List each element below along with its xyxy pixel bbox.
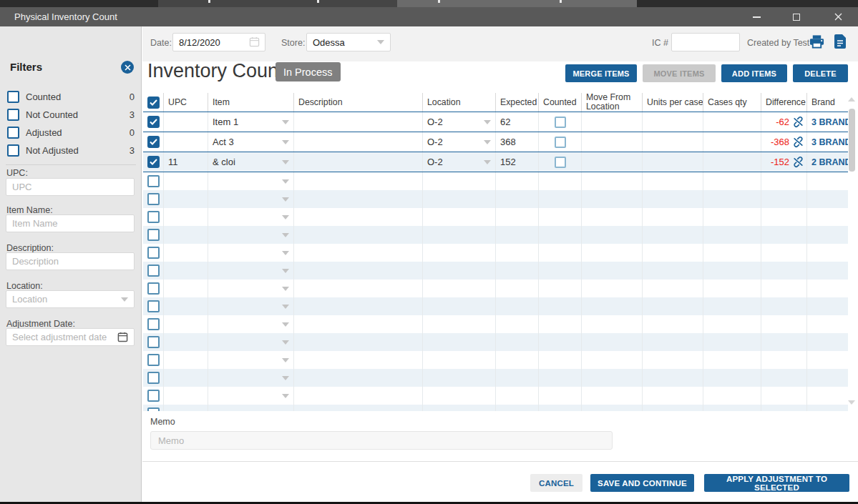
description-cell[interactable] bbox=[293, 315, 422, 333]
expected-cell[interactable] bbox=[495, 387, 538, 405]
item-select[interactable] bbox=[208, 244, 293, 262]
cases-qty-cell[interactable] bbox=[703, 351, 761, 369]
description-cell[interactable] bbox=[293, 132, 422, 152]
upc-cell[interactable] bbox=[163, 351, 208, 369]
move-from-location-cell[interactable] bbox=[581, 405, 642, 411]
counted-checkbox[interactable] bbox=[7, 91, 19, 103]
item-select[interactable] bbox=[208, 280, 293, 297]
item-select[interactable] bbox=[208, 351, 293, 369]
adjusted-checkbox[interactable] bbox=[7, 127, 19, 139]
not-adjusted-checkbox[interactable] bbox=[7, 144, 19, 157]
description-cell[interactable] bbox=[293, 333, 422, 351]
scrollbar-thumb[interactable] bbox=[849, 109, 855, 172]
upc-cell[interactable] bbox=[163, 226, 208, 244]
description-cell[interactable] bbox=[293, 297, 422, 315]
upc-cell[interactable] bbox=[163, 387, 208, 405]
row-select-checkbox[interactable] bbox=[147, 300, 160, 312]
description-cell[interactable] bbox=[293, 387, 422, 405]
units-per-case-cell[interactable] bbox=[642, 152, 703, 172]
units-per-case-cell[interactable] bbox=[642, 112, 703, 132]
expected-cell[interactable] bbox=[495, 172, 538, 190]
column-header-description[interactable]: Description bbox=[293, 93, 422, 112]
row-select-checkbox[interactable] bbox=[147, 247, 160, 259]
location-cell[interactable] bbox=[422, 297, 495, 315]
row-select-checkbox[interactable] bbox=[147, 407, 160, 411]
location-cell[interactable] bbox=[422, 280, 495, 297]
maximize-button[interactable] bbox=[784, 7, 809, 26]
ic-number-input[interactable] bbox=[671, 33, 740, 51]
item-select[interactable] bbox=[208, 208, 293, 226]
item-select[interactable] bbox=[208, 262, 293, 280]
description-cell[interactable] bbox=[293, 172, 422, 190]
unlink-icon-wrap[interactable] bbox=[792, 156, 804, 168]
upc-cell[interactable] bbox=[163, 405, 208, 411]
column-header-upc[interactable]: UPC bbox=[163, 93, 208, 112]
cases-qty-cell[interactable] bbox=[703, 152, 761, 172]
description-cell[interactable] bbox=[293, 190, 422, 208]
column-header-cases-qty[interactable]: Cases qty bbox=[703, 93, 761, 112]
merge-items-button[interactable]: MERGE ITEMS bbox=[565, 64, 637, 82]
description-cell[interactable] bbox=[293, 112, 422, 132]
upc-cell[interactable] bbox=[163, 369, 208, 387]
add-items-button[interactable]: ADD ITEMS bbox=[721, 64, 787, 82]
location-cell[interactable] bbox=[422, 351, 495, 369]
move-from-location-cell[interactable] bbox=[581, 208, 642, 226]
item-select[interactable] bbox=[208, 172, 293, 190]
expected-cell[interactable]: 152 bbox=[495, 152, 538, 172]
row-select-checkbox[interactable] bbox=[147, 265, 160, 277]
column-header-units-per-case[interactable]: Units per case bbox=[642, 93, 703, 112]
cancel-button[interactable]: CANCEL bbox=[530, 474, 582, 492]
column-header-move-from-location[interactable]: Move From Location bbox=[581, 93, 642, 112]
location-cell[interactable] bbox=[422, 262, 495, 280]
expected-cell[interactable] bbox=[495, 226, 538, 244]
move-from-location-cell[interactable] bbox=[581, 244, 642, 262]
unlink-icon-wrap[interactable] bbox=[792, 116, 804, 128]
row-select-checkbox[interactable] bbox=[147, 336, 160, 348]
row-select-checkbox[interactable] bbox=[147, 282, 160, 295]
move-from-location-cell[interactable] bbox=[581, 152, 642, 172]
expected-cell[interactable] bbox=[495, 190, 538, 208]
document-button[interactable] bbox=[834, 34, 847, 51]
filter-not-counted[interactable]: Not Counted 3 bbox=[7, 106, 135, 124]
move-items-button[interactable]: MOVE ITEMS bbox=[643, 64, 716, 82]
description-cell[interactable] bbox=[293, 226, 422, 244]
row-select-checkbox[interactable] bbox=[147, 354, 160, 366]
location-select[interactable]: O-2 bbox=[422, 152, 495, 172]
expected-cell[interactable] bbox=[495, 405, 538, 411]
calendar-icon[interactable] bbox=[249, 36, 260, 50]
move-from-location-cell[interactable] bbox=[581, 226, 642, 244]
expected-cell[interactable] bbox=[495, 369, 538, 387]
filter-adjusted[interactable]: Adjusted 0 bbox=[7, 124, 135, 142]
upc-cell[interactable]: 11 bbox=[163, 152, 208, 172]
upc-cell[interactable] bbox=[163, 297, 208, 315]
filters-close-button[interactable] bbox=[121, 61, 134, 74]
item-select[interactable]: Item 1 bbox=[208, 112, 293, 132]
units-per-case-cell[interactable] bbox=[642, 172, 703, 190]
upc-cell[interactable] bbox=[163, 132, 208, 152]
column-header-expected[interactable]: Expected bbox=[495, 93, 538, 112]
cases-qty-cell[interactable] bbox=[703, 132, 761, 152]
cases-qty-cell[interactable] bbox=[703, 387, 761, 405]
expected-cell[interactable] bbox=[495, 351, 538, 369]
unlink-icon-wrap[interactable] bbox=[792, 136, 804, 148]
column-header-difference[interactable]: Difference bbox=[761, 93, 806, 112]
description-cell[interactable] bbox=[293, 152, 422, 172]
expected-cell[interactable] bbox=[495, 262, 538, 280]
expected-cell[interactable] bbox=[495, 297, 538, 315]
location-cell[interactable] bbox=[422, 172, 495, 190]
expected-cell[interactable]: 62 bbox=[495, 112, 538, 132]
item-select[interactable]: & cloi bbox=[208, 152, 293, 172]
row-select-checkbox[interactable] bbox=[147, 175, 160, 187]
move-from-location-cell[interactable] bbox=[581, 387, 642, 405]
units-per-case-cell[interactable] bbox=[642, 351, 703, 369]
select-all-checkbox[interactable] bbox=[147, 97, 160, 109]
counted-checkbox[interactable] bbox=[555, 117, 566, 128]
move-from-location-cell[interactable] bbox=[581, 262, 642, 280]
column-header-location[interactable]: Location bbox=[422, 93, 495, 112]
upc-cell[interactable] bbox=[163, 315, 208, 333]
location-cell[interactable] bbox=[422, 208, 495, 226]
location-cell[interactable] bbox=[422, 226, 495, 244]
location-cell[interactable] bbox=[422, 387, 495, 405]
unlink-icon[interactable] bbox=[792, 156, 804, 168]
units-per-case-cell[interactable] bbox=[642, 315, 703, 333]
